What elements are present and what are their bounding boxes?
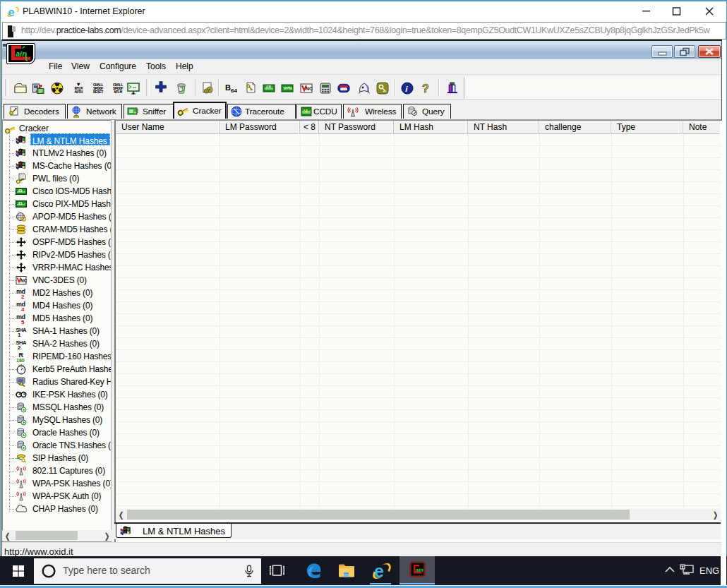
svg-text:1: 1 — [18, 332, 21, 337]
svg-text:NC: NC — [306, 86, 313, 91]
svg-text:?: ? — [422, 83, 429, 95]
svg-text:17!: 17! — [266, 85, 272, 89]
svg-text:4: 4 — [21, 306, 25, 312]
svg-text:ain: ain — [416, 567, 423, 573]
svg-text:2: 2 — [21, 294, 25, 299]
svg-text:VPN: VPN — [284, 86, 292, 90]
svg-text:2: 2 — [18, 344, 21, 350]
svg-text:160: 160 — [16, 358, 25, 363]
svg-text:5: 5 — [21, 319, 25, 325]
svg-text:ain: ain — [16, 49, 27, 58]
